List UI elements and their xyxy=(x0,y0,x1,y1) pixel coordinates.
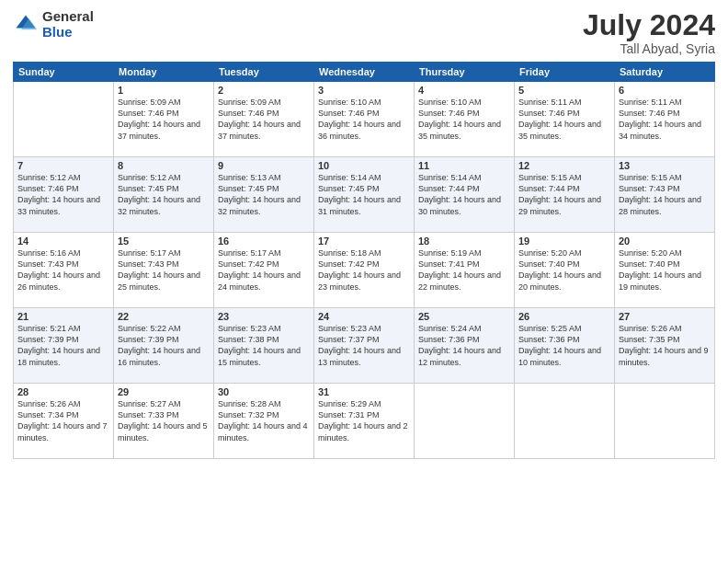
table-row: 5Sunrise: 5:11 AM Sunset: 7:46 PM Daylig… xyxy=(515,82,615,157)
cell-info: Sunrise: 5:12 AM Sunset: 7:45 PM Dayligh… xyxy=(118,172,210,217)
table-row: 13Sunrise: 5:15 AM Sunset: 7:43 PM Dayli… xyxy=(615,157,715,233)
cell-info: Sunrise: 5:22 AM Sunset: 7:39 PM Dayligh… xyxy=(118,323,210,368)
cell-date: 5 xyxy=(518,85,610,96)
cell-info: Sunrise: 5:26 AM Sunset: 7:35 PM Dayligh… xyxy=(619,323,711,368)
col-tuesday: Tuesday xyxy=(214,63,314,82)
cell-info: Sunrise: 5:11 AM Sunset: 7:46 PM Dayligh… xyxy=(619,97,711,142)
cell-info: Sunrise: 5:19 AM Sunset: 7:41 PM Dayligh… xyxy=(418,247,510,293)
cell-date: 3 xyxy=(318,85,410,96)
table-row: 15Sunrise: 5:17 AM Sunset: 7:43 PM Dayli… xyxy=(114,233,214,308)
cell-info: Sunrise: 5:11 AM Sunset: 7:46 PM Dayligh… xyxy=(518,97,610,142)
table-row xyxy=(415,384,515,459)
table-row xyxy=(615,384,715,459)
cell-date: 31 xyxy=(318,386,410,397)
cell-info: Sunrise: 5:21 AM Sunset: 7:39 PM Dayligh… xyxy=(17,323,109,368)
calendar-week-5: 28Sunrise: 5:26 AM Sunset: 7:34 PM Dayli… xyxy=(14,384,715,459)
table-row: 19Sunrise: 5:20 AM Sunset: 7:40 PM Dayli… xyxy=(515,233,615,308)
cell-date: 7 xyxy=(17,160,109,171)
logo-text: General Blue xyxy=(42,9,94,40)
col-thursday: Thursday xyxy=(415,63,515,82)
cell-date: 18 xyxy=(418,236,510,247)
cell-date: 30 xyxy=(218,386,310,397)
table-row: 4Sunrise: 5:10 AM Sunset: 7:46 PM Daylig… xyxy=(415,82,515,157)
cell-info: Sunrise: 5:15 AM Sunset: 7:43 PM Dayligh… xyxy=(619,172,711,217)
cell-date: 2 xyxy=(218,85,310,96)
cell-info: Sunrise: 5:14 AM Sunset: 7:45 PM Dayligh… xyxy=(318,172,410,217)
cell-info: Sunrise: 5:14 AM Sunset: 7:44 PM Dayligh… xyxy=(418,172,510,217)
header-row: Sunday Monday Tuesday Wednesday Thursday… xyxy=(14,63,715,82)
col-monday: Monday xyxy=(114,63,214,82)
cell-date: 4 xyxy=(418,85,510,96)
cell-info: Sunrise: 5:13 AM Sunset: 7:45 PM Dayligh… xyxy=(218,172,310,217)
cell-date: 26 xyxy=(518,311,610,322)
table-row: 9Sunrise: 5:13 AM Sunset: 7:45 PM Daylig… xyxy=(214,157,314,233)
col-friday: Friday xyxy=(515,63,615,82)
logo-icon xyxy=(13,12,39,38)
table-row: 27Sunrise: 5:26 AM Sunset: 7:35 PM Dayli… xyxy=(615,308,715,384)
table-row: 31Sunrise: 5:29 AM Sunset: 7:31 PM Dayli… xyxy=(314,384,415,459)
cell-date: 17 xyxy=(318,236,410,247)
cell-date: 16 xyxy=(218,236,310,247)
cell-info: Sunrise: 5:26 AM Sunset: 7:34 PM Dayligh… xyxy=(17,398,109,443)
cell-info: Sunrise: 5:27 AM Sunset: 7:33 PM Dayligh… xyxy=(118,398,210,443)
table-row: 30Sunrise: 5:28 AM Sunset: 7:32 PM Dayli… xyxy=(214,384,314,459)
table-row: 2Sunrise: 5:09 AM Sunset: 7:46 PM Daylig… xyxy=(214,82,314,157)
cell-info: Sunrise: 5:23 AM Sunset: 7:38 PM Dayligh… xyxy=(218,323,310,368)
cell-date: 29 xyxy=(118,386,210,397)
table-row: 24Sunrise: 5:23 AM Sunset: 7:37 PM Dayli… xyxy=(314,308,415,384)
cell-date: 21 xyxy=(17,311,109,322)
cell-info: Sunrise: 5:24 AM Sunset: 7:36 PM Dayligh… xyxy=(418,323,510,368)
cell-date: 12 xyxy=(518,160,610,171)
cell-info: Sunrise: 5:18 AM Sunset: 7:42 PM Dayligh… xyxy=(318,247,410,293)
table-row: 6Sunrise: 5:11 AM Sunset: 7:46 PM Daylig… xyxy=(615,82,715,157)
table-row: 20Sunrise: 5:20 AM Sunset: 7:40 PM Dayli… xyxy=(615,233,715,308)
table-row xyxy=(14,82,114,157)
table-row: 3Sunrise: 5:10 AM Sunset: 7:46 PM Daylig… xyxy=(314,82,415,157)
table-row: 7Sunrise: 5:12 AM Sunset: 7:46 PM Daylig… xyxy=(14,157,114,233)
cell-date: 20 xyxy=(619,236,711,247)
table-row: 8Sunrise: 5:12 AM Sunset: 7:45 PM Daylig… xyxy=(114,157,214,233)
calendar-week-4: 21Sunrise: 5:21 AM Sunset: 7:39 PM Dayli… xyxy=(14,308,715,384)
cell-info: Sunrise: 5:28 AM Sunset: 7:32 PM Dayligh… xyxy=(218,398,310,443)
cell-date: 1 xyxy=(118,85,210,96)
title-location: Tall Abyad, Syria xyxy=(583,41,715,56)
cell-info: Sunrise: 5:20 AM Sunset: 7:40 PM Dayligh… xyxy=(518,247,610,293)
table-row: 14Sunrise: 5:16 AM Sunset: 7:43 PM Dayli… xyxy=(14,233,114,308)
cell-date: 27 xyxy=(619,311,711,322)
cell-info: Sunrise: 5:16 AM Sunset: 7:43 PM Dayligh… xyxy=(17,247,109,293)
table-row: 1Sunrise: 5:09 AM Sunset: 7:46 PM Daylig… xyxy=(114,82,214,157)
calendar-week-1: 1Sunrise: 5:09 AM Sunset: 7:46 PM Daylig… xyxy=(14,82,715,157)
table-row: 16Sunrise: 5:17 AM Sunset: 7:42 PM Dayli… xyxy=(214,233,314,308)
title-block: July 2024 Tall Abyad, Syria xyxy=(583,9,715,56)
col-sunday: Sunday xyxy=(14,63,114,82)
table-row: 29Sunrise: 5:27 AM Sunset: 7:33 PM Dayli… xyxy=(114,384,214,459)
table-row: 12Sunrise: 5:15 AM Sunset: 7:44 PM Dayli… xyxy=(515,157,615,233)
cell-date: 14 xyxy=(17,236,109,247)
logo-general: General xyxy=(42,9,94,25)
cell-date: 25 xyxy=(418,311,510,322)
col-wednesday: Wednesday xyxy=(314,63,415,82)
table-row xyxy=(515,384,615,459)
table-row: 11Sunrise: 5:14 AM Sunset: 7:44 PM Dayli… xyxy=(415,157,515,233)
cell-info: Sunrise: 5:17 AM Sunset: 7:42 PM Dayligh… xyxy=(218,247,310,293)
cell-date: 24 xyxy=(318,311,410,322)
table-row: 25Sunrise: 5:24 AM Sunset: 7:36 PM Dayli… xyxy=(415,308,515,384)
cell-info: Sunrise: 5:25 AM Sunset: 7:36 PM Dayligh… xyxy=(518,323,610,368)
cell-info: Sunrise: 5:23 AM Sunset: 7:37 PM Dayligh… xyxy=(318,323,410,368)
cell-info: Sunrise: 5:10 AM Sunset: 7:46 PM Dayligh… xyxy=(318,97,410,142)
table-row: 28Sunrise: 5:26 AM Sunset: 7:34 PM Dayli… xyxy=(14,384,114,459)
cell-info: Sunrise: 5:09 AM Sunset: 7:46 PM Dayligh… xyxy=(218,97,310,142)
cell-date: 10 xyxy=(318,160,410,171)
logo: General Blue xyxy=(13,9,94,40)
table-row: 17Sunrise: 5:18 AM Sunset: 7:42 PM Dayli… xyxy=(314,233,415,308)
cell-date: 19 xyxy=(518,236,610,247)
table-row: 22Sunrise: 5:22 AM Sunset: 7:39 PM Dayli… xyxy=(114,308,214,384)
cell-date: 8 xyxy=(118,160,210,171)
header: General Blue July 2024 Tall Abyad, Syria xyxy=(13,9,715,56)
logo-blue: Blue xyxy=(42,25,94,40)
cell-info: Sunrise: 5:29 AM Sunset: 7:31 PM Dayligh… xyxy=(318,398,410,443)
cell-date: 9 xyxy=(218,160,310,171)
cell-date: 15 xyxy=(118,236,210,247)
cell-date: 23 xyxy=(218,311,310,322)
cell-info: Sunrise: 5:17 AM Sunset: 7:43 PM Dayligh… xyxy=(118,247,210,293)
